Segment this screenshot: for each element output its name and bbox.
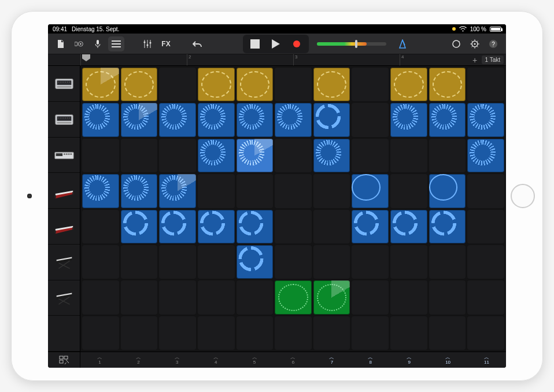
- empty-cell[interactable]: [159, 245, 196, 279]
- column-trigger-9[interactable]: ︿9: [390, 352, 429, 368]
- help-button[interactable]: ?: [485, 36, 501, 51]
- loop-cell-blue[interactable]: [159, 103, 196, 136]
- empty-cell[interactable]: [352, 280, 389, 314]
- empty-cell[interactable]: [275, 210, 312, 243]
- column-trigger-8[interactable]: ︿8: [351, 352, 390, 368]
- column-trigger-10[interactable]: ︿10: [429, 352, 467, 368]
- loop-cell-blue[interactable]: [429, 210, 466, 243]
- loop-cell-blue[interactable]: [198, 139, 235, 172]
- empty-cell[interactable]: [352, 103, 389, 136]
- loop-cell-blue[interactable]: [352, 210, 389, 243]
- loop-cell-yellow[interactable]: [198, 68, 235, 101]
- empty-cell[interactable]: [121, 316, 158, 350]
- empty-cell[interactable]: [352, 139, 389, 172]
- empty-cell[interactable]: [390, 316, 427, 350]
- empty-cell[interactable]: [467, 280, 504, 314]
- loop-cell-yellow[interactable]: [237, 68, 274, 101]
- playhead[interactable]: [82, 54, 90, 65]
- empty-cell[interactable]: [467, 68, 504, 101]
- empty-cell[interactable]: [159, 280, 196, 314]
- empty-cell[interactable]: [429, 245, 466, 279]
- master-volume-meter[interactable]: [317, 42, 386, 46]
- empty-cell[interactable]: [467, 174, 504, 208]
- loop-cell-blue[interactable]: [159, 174, 196, 208]
- mixer-button[interactable]: [139, 36, 156, 51]
- metronome-button[interactable]: [394, 36, 411, 51]
- empty-cell[interactable]: [390, 245, 427, 279]
- loop-cell-blue[interactable]: [159, 210, 196, 243]
- loop-cell-blue[interactable]: [121, 174, 158, 208]
- empty-cell[interactable]: [275, 245, 312, 279]
- loop-cell-blue[interactable]: [352, 174, 389, 208]
- column-trigger-4[interactable]: ︿4: [197, 352, 235, 368]
- loop-cell-green[interactable]: [313, 280, 350, 314]
- empty-cell[interactable]: [467, 316, 504, 350]
- empty-cell[interactable]: [82, 210, 119, 243]
- empty-cell[interactable]: [82, 139, 119, 172]
- record-button[interactable]: [286, 36, 307, 51]
- empty-cell[interactable]: [237, 174, 274, 208]
- home-button[interactable]: [511, 184, 535, 208]
- section-length-label[interactable]: 1 Takt: [482, 56, 504, 64]
- loop-cell-blue[interactable]: [390, 103, 427, 136]
- loop-cell-yellow[interactable]: [82, 68, 119, 101]
- loop-cell-blue[interactable]: [390, 210, 427, 243]
- empty-cell[interactable]: [352, 245, 389, 279]
- empty-cell[interactable]: [352, 316, 389, 350]
- loop-browser-button[interactable]: [448, 36, 464, 51]
- empty-cell[interactable]: [198, 316, 235, 350]
- track-header-keys-red[interactable]: [48, 173, 80, 209]
- loop-cell-blue[interactable]: [82, 174, 119, 208]
- track-header-drum-machine-1[interactable]: [48, 66, 80, 102]
- loop-cell-blue[interactable]: [429, 103, 466, 136]
- empty-cell[interactable]: [429, 139, 466, 172]
- loop-cell-blue[interactable]: [198, 210, 235, 243]
- column-trigger-1[interactable]: ︿1: [80, 352, 119, 368]
- stop-button[interactable]: [245, 36, 265, 51]
- loop-cell-blue[interactable]: [429, 174, 466, 208]
- empty-cell[interactable]: [275, 68, 312, 101]
- empty-cell[interactable]: [82, 280, 119, 314]
- empty-cell[interactable]: [82, 316, 119, 350]
- settings-button[interactable]: [467, 36, 483, 51]
- loop-cell-blue[interactable]: [467, 139, 504, 172]
- empty-cell[interactable]: [390, 139, 427, 172]
- loop-cell-blue[interactable]: [82, 103, 119, 136]
- tracks-view-button[interactable]: [108, 36, 124, 51]
- column-trigger-7[interactable]: ︿7: [312, 352, 351, 368]
- column-trigger-5[interactable]: ︿5: [235, 352, 274, 368]
- empty-cell[interactable]: [275, 139, 312, 172]
- loop-cell-yellow[interactable]: [429, 68, 466, 101]
- empty-cell[interactable]: [275, 174, 312, 208]
- track-header-keys-stand-1[interactable]: [48, 245, 80, 280]
- empty-cell[interactable]: [467, 245, 504, 279]
- empty-cell[interactable]: [390, 280, 427, 314]
- track-header-sampler[interactable]: [48, 138, 80, 173]
- empty-cell[interactable]: [275, 316, 312, 350]
- column-trigger-6[interactable]: ︿6: [274, 352, 313, 368]
- loop-cell-blue[interactable]: [237, 210, 274, 243]
- timeline-ruler[interactable]: 1234 + 1 Takt: [48, 54, 506, 66]
- track-header-empty[interactable]: [48, 316, 80, 352]
- empty-cell[interactable]: [198, 245, 235, 279]
- empty-cell[interactable]: [159, 139, 196, 172]
- empty-cell[interactable]: [237, 280, 274, 314]
- loop-cell-blue[interactable]: [237, 245, 274, 279]
- track-header-keys-red-2[interactable]: [48, 209, 80, 245]
- empty-cell[interactable]: [352, 68, 389, 101]
- undo-button[interactable]: [189, 36, 205, 51]
- fx-button[interactable]: FX: [158, 36, 174, 51]
- empty-cell[interactable]: [82, 245, 119, 279]
- empty-cell[interactable]: [313, 245, 350, 279]
- play-button[interactable]: [265, 36, 286, 51]
- empty-cell[interactable]: [429, 280, 466, 314]
- my-songs-button[interactable]: [53, 36, 69, 51]
- empty-cell[interactable]: [429, 316, 466, 350]
- loop-cell-blue[interactable]: [313, 139, 350, 172]
- empty-cell[interactable]: [313, 210, 350, 243]
- empty-cell[interactable]: [237, 316, 274, 350]
- microphone-button[interactable]: [90, 36, 106, 51]
- empty-cell[interactable]: [467, 210, 504, 243]
- browser-button[interactable]: [71, 36, 87, 51]
- loop-cell-green[interactable]: [275, 280, 312, 314]
